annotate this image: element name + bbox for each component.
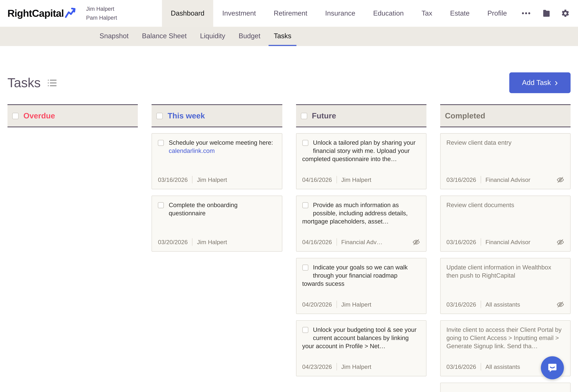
- column-completed: Completed Review client data entry 03/16…: [440, 104, 571, 392]
- task-footer: 03/16/2026 All assistants: [446, 298, 564, 309]
- nav-estate[interactable]: Estate: [441, 0, 479, 27]
- task-checkbox[interactable]: [302, 265, 308, 271]
- task-due-date: 03/20/2026: [158, 238, 188, 246]
- column-title: This week: [168, 111, 205, 120]
- task-body: Schedule your welcome meeting here: cale…: [158, 139, 276, 155]
- subnav-snapshot[interactable]: Snapshot: [95, 27, 134, 46]
- hidden-eye-icon: [556, 238, 564, 246]
- column-header-future: Future: [296, 104, 426, 127]
- nav-dashboard[interactable]: Dashboard: [162, 0, 213, 27]
- task-footer: 04/16/2026 Jim Halpert: [302, 173, 420, 184]
- task-card[interactable]: Complete the onboarding questionnaire 03…: [152, 196, 282, 251]
- nav-investment[interactable]: Investment: [213, 0, 265, 27]
- task-card[interactable]: Update client information in Wealthbox t…: [440, 258, 571, 314]
- client-name-primary: Jim Halpert: [86, 4, 117, 13]
- column-header-overdue: Overdue: [7, 104, 138, 127]
- task-checkbox[interactable]: [302, 202, 308, 208]
- nav-education[interactable]: Education: [364, 0, 413, 27]
- more-menu-icon[interactable]: •••: [516, 0, 537, 27]
- task-title: Invite client to access their Client Por…: [446, 326, 562, 349]
- task-title: Complete the onboarding questionnaire: [169, 201, 238, 216]
- task-card[interactable]: [440, 383, 571, 392]
- task-board: Overdue This week Schedule your welcome …: [7, 104, 571, 392]
- task-card[interactable]: Indicate your goals so we can walk throu…: [296, 258, 426, 314]
- dashboard-subnav: Snapshot Balance Sheet Liquidity Budget …: [0, 27, 578, 46]
- task-due-date: 04/23/2026: [302, 363, 332, 371]
- task-footer: 04/20/2026 Jim Halpert: [302, 298, 420, 309]
- task-card[interactable]: Review client documents 03/16/2026 Finan…: [440, 196, 571, 251]
- hidden-eye-icon: [556, 176, 564, 184]
- task-checkbox[interactable]: [302, 140, 308, 146]
- subnav-tasks[interactable]: Tasks: [269, 27, 296, 46]
- app-root: RightCapital Jim Halpert Pam Halpert Das…: [0, 0, 578, 392]
- nav-tax[interactable]: Tax: [413, 0, 441, 27]
- footer-divider: [192, 176, 193, 184]
- nav-profile[interactable]: Profile: [479, 0, 516, 27]
- nav-insurance[interactable]: Insurance: [316, 0, 364, 27]
- task-due-date: 03/16/2026: [446, 176, 476, 184]
- task-assignee: Jim Halpert: [197, 238, 227, 246]
- task-title: Review client documents: [446, 201, 514, 208]
- task-card[interactable]: Provide as much information as possible,…: [296, 196, 426, 251]
- client-names[interactable]: Jim Halpert Pam Halpert: [86, 4, 117, 22]
- chat-messenger-button[interactable]: [541, 356, 564, 379]
- column-header-completed: Completed: [440, 104, 571, 127]
- task-due-date: 04/16/2026: [302, 238, 332, 246]
- column-checkbox[interactable]: [301, 113, 307, 119]
- logo[interactable]: RightCapital: [7, 0, 76, 27]
- list-view-icon[interactable]: [47, 78, 57, 87]
- task-checkbox[interactable]: [158, 140, 164, 146]
- folder-icon[interactable]: [537, 0, 556, 27]
- subnav-liquidity[interactable]: Liquidity: [195, 27, 231, 46]
- task-footer: 04/23/2026 Jim Halpert: [302, 360, 420, 371]
- subnav-balance-sheet[interactable]: Balance Sheet: [137, 27, 192, 46]
- task-body: Review client documents: [446, 201, 564, 209]
- footer-divider: [481, 238, 481, 246]
- task-title: Schedule your welcome meeting here:: [169, 139, 273, 146]
- task-card[interactable]: Review client data entry 03/16/2026 Fina…: [440, 133, 571, 189]
- column-checkbox[interactable]: [12, 113, 19, 119]
- task-checkbox[interactable]: [302, 327, 308, 333]
- task-footer: 03/16/2026 Financial Advisor: [446, 235, 564, 246]
- task-title: Provide as much information as possible,…: [302, 201, 408, 224]
- column-future: Future Unlock a tailored plan by sharing…: [296, 104, 426, 392]
- footer-divider: [337, 176, 337, 184]
- task-link[interactable]: calendarlink.com: [169, 147, 215, 154]
- main-content: Tasks Add Task › Overdue: [0, 72, 578, 392]
- trend-arrow-icon: [65, 7, 76, 19]
- client-name-secondary: Pam Halpert: [86, 13, 117, 22]
- task-title: Unlock a tailored plan by sharing your f…: [302, 139, 416, 162]
- task-footer: 04/16/2026 Financial Adv…: [302, 235, 420, 246]
- task-due-date: 04/20/2026: [302, 301, 332, 309]
- chevron-right-icon: ›: [555, 77, 558, 87]
- page-title: Tasks: [7, 75, 41, 90]
- column-checkbox[interactable]: [156, 113, 163, 119]
- footer-divider: [337, 301, 337, 308]
- task-title: Review client data entry: [446, 139, 511, 146]
- subnav-budget[interactable]: Budget: [234, 27, 266, 46]
- footer-divider: [481, 301, 481, 308]
- task-body: Provide as much information as possible,…: [302, 201, 420, 226]
- task-card[interactable]: Schedule your welcome meeting here: cale…: [152, 133, 282, 189]
- task-checkbox[interactable]: [158, 202, 164, 208]
- task-footer: 03/16/2026 Financial Advisor: [446, 173, 564, 184]
- hidden-eye-icon: [412, 238, 420, 246]
- settings-gear-icon[interactable]: [556, 0, 578, 27]
- add-task-label: Add Task: [522, 79, 551, 87]
- task-due-date: 03/16/2026: [446, 363, 476, 371]
- column-title: Overdue: [23, 111, 55, 120]
- column-title: Future: [312, 111, 336, 120]
- task-assignee: Jim Halpert: [341, 176, 371, 184]
- task-card[interactable]: Unlock a tailored plan by sharing your f…: [296, 133, 426, 189]
- task-footer: 03/16/2026 Jim Halpert: [158, 173, 276, 184]
- add-task-button[interactable]: Add Task ›: [509, 72, 571, 93]
- main-nav: Dashboard Investment Retirement Insuranc…: [162, 0, 578, 27]
- column-title: Completed: [445, 111, 485, 120]
- hidden-eye-icon: [556, 301, 564, 309]
- task-assignee: Financial Advisor: [485, 238, 530, 246]
- task-card[interactable]: Unlock your budgeting tool & see your cu…: [296, 320, 426, 376]
- task-title: Unlock your budgeting tool & see your cu…: [302, 326, 417, 349]
- nav-retirement[interactable]: Retirement: [265, 0, 316, 27]
- task-assignee: Jim Halpert: [341, 363, 371, 371]
- task-title: Indicate your goals so we can walk throu…: [302, 264, 408, 287]
